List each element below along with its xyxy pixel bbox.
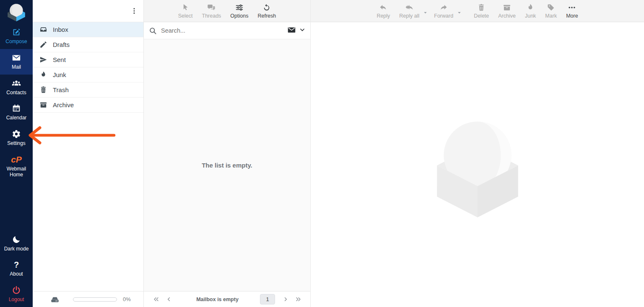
- folder-item-junk[interactable]: Junk: [33, 67, 143, 83]
- folder-label: Junk: [53, 71, 66, 78]
- page-number-box[interactable]: 1: [260, 294, 275, 304]
- mail-toolbar: Reply Reply all Forward: [311, 0, 644, 22]
- flame-icon: [526, 3, 535, 12]
- flame-icon: [39, 71, 47, 79]
- first-page-button[interactable]: [150, 294, 162, 305]
- search-scope-button[interactable]: [287, 26, 305, 36]
- search-bar: [144, 22, 310, 39]
- envelope-icon: [12, 53, 21, 62]
- reply-all-dropdown-button[interactable]: [423, 9, 428, 17]
- roundcube-watermark: [427, 112, 528, 217]
- sidebar-item-settings[interactable]: Settings: [0, 125, 33, 151]
- sidebar-spacer: [0, 182, 33, 231]
- sidebar-item-contacts[interactable]: Contacts: [0, 75, 33, 100]
- chevron-down-icon: [299, 27, 305, 34]
- archive-box-icon: [39, 101, 47, 109]
- reply-icon: [379, 3, 387, 12]
- sidebar-item-logout[interactable]: Logout: [0, 281, 33, 307]
- sidebar-item-compose[interactable]: Compose: [0, 23, 33, 49]
- button-label: Mark: [545, 13, 557, 19]
- list-toolbar: Select Threads Options Refresh: [144, 0, 310, 22]
- sidebar-item-dark-mode[interactable]: Dark mode: [0, 231, 33, 256]
- reply-all-button[interactable]: Reply all: [396, 2, 422, 21]
- app-logo[interactable]: [0, 0, 33, 23]
- sidebar-item-calendar[interactable]: Calendar: [0, 100, 33, 125]
- roundcube-logo-icon: [6, 2, 27, 21]
- chat-bubbles-icon: [207, 3, 216, 12]
- threads-button[interactable]: Threads: [199, 2, 224, 21]
- sidebar-item-label: Logout: [9, 297, 24, 303]
- chevron-left-icon: [166, 296, 172, 302]
- pencil-icon: [39, 41, 47, 49]
- moon-icon: [12, 235, 21, 244]
- select-button[interactable]: Select: [175, 2, 196, 21]
- message-list-panel: Select Threads Options Refresh: [144, 0, 311, 307]
- folder-label: Archive: [53, 101, 74, 108]
- mark-button[interactable]: Mark: [542, 2, 560, 21]
- options-button[interactable]: Options: [227, 2, 251, 21]
- button-label: Select: [178, 13, 193, 19]
- sliders-icon: [235, 3, 244, 12]
- refresh-button[interactable]: Refresh: [254, 2, 279, 21]
- tag-icon: [547, 3, 555, 12]
- reply-all-icon: [405, 3, 413, 12]
- sidebar-item-about[interactable]: ? About: [0, 256, 33, 281]
- folder-label: Sent: [53, 56, 66, 63]
- more-button[interactable]: More: [563, 2, 581, 21]
- search-input[interactable]: [161, 27, 283, 34]
- button-label: Options: [230, 13, 248, 19]
- folder-label: Drafts: [53, 41, 70, 48]
- pagination-bar: Mailbox is empty 1: [144, 291, 310, 307]
- button-label: Reply: [377, 13, 390, 19]
- sidebar-item-label: Mail: [12, 64, 21, 70]
- folder-options-menu-button[interactable]: [127, 4, 141, 18]
- sidebar-item-webmail-home[interactable]: cP Webmail Home: [0, 151, 33, 182]
- folder-item-sent[interactable]: Sent: [33, 52, 143, 67]
- folder-panel: Inbox Drafts Sent Junk Trash: [33, 0, 144, 307]
- archive-button[interactable]: Archive: [495, 2, 519, 21]
- junk-button[interactable]: Junk: [522, 2, 539, 21]
- question-icon: ?: [12, 260, 21, 269]
- sidebar-item-label: Contacts: [6, 90, 26, 96]
- sidebar-item-label: About: [10, 271, 23, 277]
- ellipsis-icon: [568, 3, 576, 12]
- paper-plane-icon: [39, 56, 47, 64]
- message-list-body: The list is empty.: [144, 39, 310, 291]
- sidebar-item-label: Calendar: [6, 115, 27, 121]
- folder-item-trash[interactable]: Trash: [33, 83, 143, 98]
- folder-item-drafts[interactable]: Drafts: [33, 37, 143, 52]
- sidebar-item-mail[interactable]: Mail: [0, 49, 33, 75]
- trash-icon: [39, 86, 47, 94]
- button-label: Delete: [474, 13, 489, 19]
- power-icon: [12, 286, 21, 295]
- folder-list-empty-space: [33, 113, 143, 291]
- people-icon: [12, 79, 21, 88]
- envelope-icon: [287, 26, 296, 36]
- inbox-tray-icon: [39, 26, 47, 34]
- button-label: Forward: [434, 13, 453, 19]
- button-label: Refresh: [257, 13, 276, 19]
- folder-item-inbox[interactable]: Inbox: [33, 22, 143, 37]
- last-page-button[interactable]: [292, 294, 304, 305]
- message-content-panel: Reply Reply all Forward: [311, 0, 644, 307]
- sidebar-item-label: Webmail Home: [5, 166, 28, 178]
- previous-page-button[interactable]: [162, 294, 175, 305]
- folder-item-archive[interactable]: Archive: [33, 98, 143, 113]
- next-page-button[interactable]: [279, 294, 292, 305]
- quota-percentage: 0%: [123, 296, 131, 302]
- folder-label: Trash: [53, 86, 69, 93]
- chevron-down-icon: [423, 10, 428, 15]
- forward-button[interactable]: Forward: [431, 2, 456, 21]
- folder-panel-header: [33, 0, 143, 22]
- delete-button[interactable]: Delete: [471, 2, 492, 21]
- cursor-icon: [181, 3, 190, 12]
- forward-dropdown-button[interactable]: [457, 9, 462, 17]
- folder-label: Inbox: [53, 26, 68, 33]
- disk-drive-icon: [50, 295, 60, 304]
- double-chevron-left-icon: [153, 296, 159, 302]
- button-label: Reply all: [399, 13, 419, 19]
- mailbox-status-text: Mailbox is empty: [175, 297, 260, 302]
- reply-button[interactable]: Reply: [374, 2, 393, 21]
- search-icon: [149, 27, 157, 35]
- compose-icon: [12, 28, 21, 37]
